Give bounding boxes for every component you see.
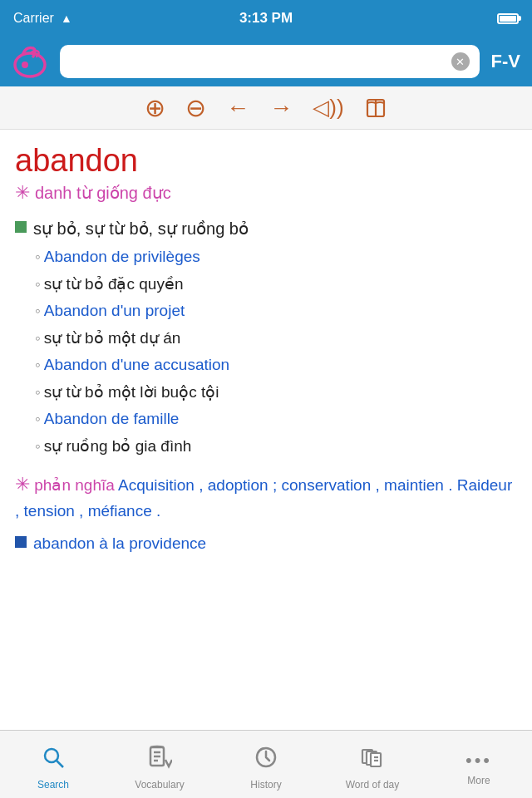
nav-search[interactable]: Search xyxy=(0,731,106,798)
logo xyxy=(8,40,52,83)
zoom-out-button[interactable]: ⊖ xyxy=(185,93,206,122)
svg-point-4 xyxy=(45,749,58,762)
dictionary-content: abandon ✳ danh từ giống đực sự bỏ, sự từ… xyxy=(0,130,532,730)
battery-icon xyxy=(497,13,519,24)
vocabulary-nav-label: Vocabulary xyxy=(135,779,184,791)
history-nav-icon xyxy=(254,745,278,776)
more-nav-icon: ••• xyxy=(466,750,492,771)
vocabulary-nav-icon xyxy=(147,745,172,776)
word-of-day-nav-icon xyxy=(360,745,385,776)
svg-point-1 xyxy=(22,62,28,68)
word-of-day-nav-label: Word of day xyxy=(346,779,399,791)
sub-def-1: ◦Abandon de privilèges xyxy=(35,245,517,269)
svg-line-5 xyxy=(57,761,63,767)
sub-def-2: ◦sự từ bỏ đặc quyền xyxy=(35,273,517,297)
search-nav-label: Search xyxy=(37,779,69,791)
asterisk-icon: ✳ xyxy=(15,182,30,204)
forward-button[interactable]: → xyxy=(269,95,293,121)
example-bullet-icon xyxy=(15,536,27,548)
search-bar[interactable]: abandon ✕ xyxy=(60,45,480,78)
app-logo xyxy=(10,42,50,81)
sub-def-5: ◦Abandon d'une accusation xyxy=(35,353,517,377)
definition-main: sự bỏ, sự từ bỏ, sự ruồng bỏ xyxy=(33,217,249,240)
sub-def-6: ◦sự từ bỏ một lời buộc tội xyxy=(35,381,517,405)
example-section: abandon à la providence xyxy=(15,533,517,555)
word-type: ✳ danh từ giống đực xyxy=(15,182,517,204)
antonym-section: ✳ phản nghĩa Acquisition , adoption ; co… xyxy=(15,470,517,525)
history-nav-label: History xyxy=(250,779,281,791)
sub-def-7: ◦Abandon de famille xyxy=(35,407,517,431)
status-bar: Carrier ▲ 3:13 PM xyxy=(0,0,532,37)
definition-item: sự bỏ, sự từ bỏ, sự ruồng bỏ xyxy=(15,217,517,240)
zoom-in-button[interactable]: ⊕ xyxy=(145,93,165,122)
sub-def-4: ◦sự từ bỏ một dự án xyxy=(35,327,517,351)
bullet-square-icon xyxy=(15,221,27,233)
search-nav-icon xyxy=(41,745,66,776)
nav-history[interactable]: History xyxy=(213,731,319,798)
nav-vocabulary[interactable]: Vocabulary xyxy=(106,731,213,798)
word-title: abandon xyxy=(15,143,517,179)
clear-search-button[interactable]: ✕ xyxy=(451,52,470,71)
sub-def-3: ◦Abandon d'un projet xyxy=(35,299,517,323)
header: abandon ✕ F-V xyxy=(0,37,532,86)
toolbar: ⊕ ⊖ ← → ◁)) xyxy=(0,86,532,130)
book-button[interactable] xyxy=(364,96,387,120)
nav-more[interactable]: ••• More xyxy=(426,731,532,798)
carrier-label: Carrier xyxy=(13,11,54,26)
back-button[interactable]: ← xyxy=(226,95,249,121)
wifi-icon: ▲ xyxy=(61,12,72,25)
sub-def-8: ◦sự ruồng bỏ gia đình xyxy=(35,435,517,459)
bottom-nav: Search Vocabulary History xyxy=(0,730,532,798)
svg-point-0 xyxy=(15,53,45,76)
nav-word-of-day[interactable]: Word of day xyxy=(319,731,426,798)
antonym-asterisk: ✳ xyxy=(15,474,30,495)
audio-button[interactable]: ◁)) xyxy=(313,95,343,121)
time-label: 3:13 PM xyxy=(239,10,293,27)
more-nav-label: More xyxy=(467,775,490,786)
fv-button[interactable]: F-V xyxy=(488,51,524,72)
search-input[interactable]: abandon xyxy=(70,52,445,71)
example-text: abandon à la providence xyxy=(33,533,206,555)
